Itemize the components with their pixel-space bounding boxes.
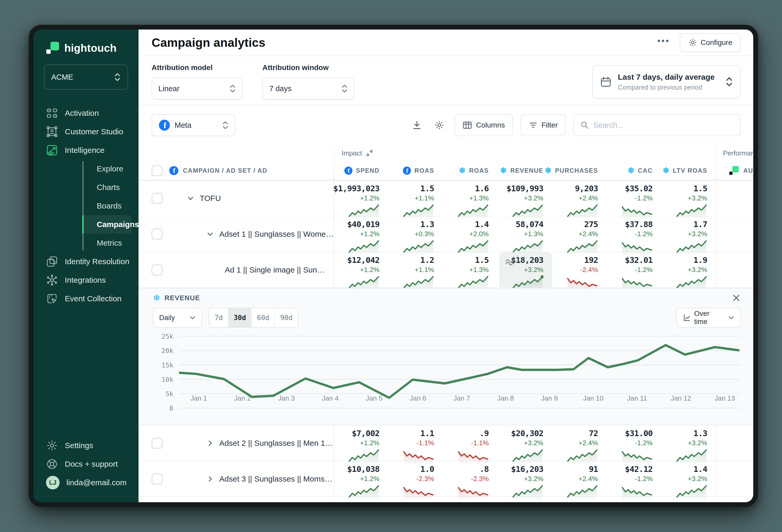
metric-value: $12,042 <box>347 255 380 265</box>
metric-change: +3.2% <box>688 230 707 238</box>
metric-cell: $42.12-1.2% <box>607 461 662 496</box>
filter-button[interactable]: Filter <box>521 114 566 136</box>
configure-button[interactable]: Configure <box>680 33 741 52</box>
snowflake-icon: ❄ <box>500 167 507 175</box>
sidebar-item-docs-support[interactable]: Docs + support <box>44 455 128 473</box>
snowflake-icon: ❄ <box>628 167 635 175</box>
audience-column-header[interactable]: AUDIEN <box>743 167 753 174</box>
sidebar-item-identity-resolution[interactable]: Identity Resolution <box>44 252 128 271</box>
brand: hightouch <box>44 41 128 55</box>
more-menu-icon[interactable]: ••• <box>657 38 670 47</box>
gear-icon[interactable] <box>432 118 447 133</box>
sidebar-item-event-collection[interactable]: Event Collection <box>44 289 128 308</box>
view-select[interactable]: Over time <box>676 308 741 328</box>
sidebar-item-explore[interactable]: Explore <box>82 159 128 178</box>
workspace-selector[interactable]: ACME <box>44 65 128 90</box>
attribution-model-select[interactable]: Linear <box>152 78 243 100</box>
row-checkbox[interactable] <box>152 438 163 449</box>
metric-value: 275 <box>584 219 598 229</box>
granularity-select[interactable]: Daily <box>153 308 202 328</box>
row-checkbox[interactable] <box>152 264 163 275</box>
metric-cell: 9,203+2.4% <box>552 181 607 216</box>
attribution-window-select[interactable]: 7 days <box>262 78 354 100</box>
metric-value: 1.4 <box>475 219 489 229</box>
y-tick-label: 10k <box>162 376 173 383</box>
metric-value: $31.00 <box>625 428 653 438</box>
row-checkbox-cell <box>152 181 169 216</box>
range-90d[interactable]: 90d <box>275 308 298 327</box>
metric-value: $10,038 <box>347 464 380 474</box>
row-checkbox[interactable] <box>152 193 163 204</box>
table-row-adset-3-s[interactable]: Adset 3 || Sunglasses || Moms…$10,038+1.… <box>139 461 753 497</box>
column-header-roas-1[interactable]: fROAS <box>388 161 443 180</box>
user-account[interactable]: LJlinda@email.com <box>44 473 128 492</box>
columns-button[interactable]: Columns <box>455 114 512 136</box>
sparkline <box>567 483 598 501</box>
column-header-spend-0[interactable]: fSPEND <box>334 161 388 180</box>
column-header-revenue-3[interactable]: ❄REVENUE <box>498 161 552 180</box>
settings-icon <box>46 439 58 452</box>
column-header-ltv-roas-6[interactable]: ❄LTV ROAS <box>662 161 716 180</box>
table-row-adset-2-s[interactable]: Adset 2 || Sunglasses || Men 1…$7,002+1.… <box>139 425 753 461</box>
metric-change: +2.4% <box>579 475 598 483</box>
table-row-tofu[interactable]: TOFU$1,993,023+1.2% 1.5+1.1% 1.6+1.3% $1… <box>139 181 753 216</box>
metric-cell: $32.01-1.2% <box>607 252 662 287</box>
chevron-right-icon[interactable] <box>205 475 215 483</box>
metric-change: +1.3% <box>469 194 489 202</box>
row-checkbox[interactable] <box>152 228 163 240</box>
avatar: LJ <box>46 476 60 489</box>
sidebar-item-metrics[interactable]: Metrics <box>82 234 128 252</box>
chevron-down-icon[interactable] <box>205 230 215 238</box>
name-column-header[interactable]: CAMPAIGN / AD SET / AD <box>183 167 268 174</box>
download-icon[interactable] <box>410 118 424 133</box>
metric-value: $35.02 <box>625 184 653 193</box>
metric-change: +1.2% <box>360 475 380 483</box>
chevron-right-icon[interactable] <box>205 439 215 447</box>
sidebar-nav: ActivationCustomer StudioIntelligenceExp… <box>44 104 128 308</box>
metric-cell: 1.4+2.0% <box>443 216 498 252</box>
metric-cell: 1.5+1.3% <box>443 252 498 287</box>
metric-cell: 192-2.4% <box>552 252 607 287</box>
select-all-checkbox[interactable] <box>152 165 163 176</box>
row-checkbox[interactable] <box>152 473 163 485</box>
table-row-ad-1-sing[interactable]: Ad 1 || Single image || Sun…$12,042+1.2%… <box>139 252 753 288</box>
column-header-purchases-4[interactable]: ❄PURCHASES <box>552 161 607 180</box>
search-input[interactable] <box>593 121 734 130</box>
sidebar-item-boards[interactable]: Boards <box>82 197 128 215</box>
column-header-roas-2[interactable]: ❄ROAS <box>443 161 498 180</box>
sidebar-footer-label: Settings <box>65 441 93 450</box>
sidebar-subitem-label: Boards <box>97 202 121 210</box>
source-select[interactable]: f Meta <box>152 114 235 136</box>
range-segmented-control: 7d30d60d90d <box>209 308 298 328</box>
y-tick-label: 5k <box>166 390 173 397</box>
close-icon[interactable] <box>732 293 741 302</box>
sidebar-item-customer-studio[interactable]: Customer Studio <box>44 122 128 141</box>
audience-cell: 1,029,2F <box>716 216 753 252</box>
row-name-cell: Ad 1 || Single image || Sun… <box>169 252 334 287</box>
metric-cell: 1.4+3.2% <box>662 461 716 496</box>
metric-cell: $18,203+3.2% <box>498 252 552 287</box>
selected-metric-cell[interactable]: $18,203+3.2% <box>499 252 552 287</box>
sidebar-item-activation[interactable]: Activation <box>44 104 128 122</box>
sidebar-item-settings[interactable]: Settings <box>44 436 128 455</box>
metric-value: $18,203 <box>511 255 543 265</box>
metric-cell-box: $35.02-1.2% <box>607 181 662 216</box>
date-range-selector[interactable]: Last 7 days, daily average Compared to p… <box>592 65 741 99</box>
metric-change: -2.3% <box>416 475 434 483</box>
sidebar-item-integrations[interactable]: Integrations <box>44 271 128 289</box>
sidebar-item-campaigns[interactable]: Campaigns <box>82 215 132 234</box>
sparkline <box>676 483 707 501</box>
column-header-cac-5[interactable]: ❄CAC <box>607 161 662 180</box>
metric-cell-box: 192-2.4% <box>552 252 607 287</box>
audience-cell: 120,3F <box>716 425 753 461</box>
chevron-down-icon[interactable] <box>185 194 196 203</box>
range-7d[interactable]: 7d <box>209 308 228 327</box>
table-row-adset-1-s[interactable]: Adset 1 || Sunglasses || Wome…$40,019+1.… <box>139 216 753 252</box>
sidebar-item-intelligence[interactable]: Intelligence <box>44 141 128 159</box>
sidebar-item-charts[interactable]: Charts <box>82 178 128 197</box>
collapse-group-icon[interactable] <box>366 149 374 157</box>
metric-change: -1.2% <box>635 475 653 483</box>
range-30d[interactable]: 30d <box>228 308 252 327</box>
chevron-down-icon <box>722 316 735 320</box>
range-60d[interactable]: 60d <box>252 308 275 327</box>
